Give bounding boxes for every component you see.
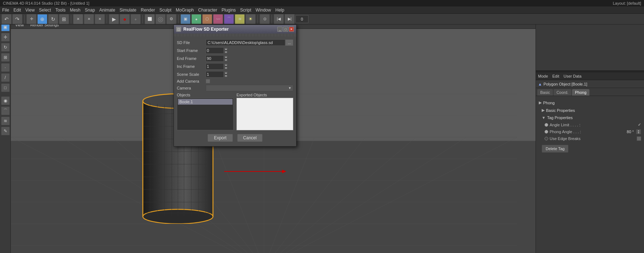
end-frame-up[interactable]: ▲ bbox=[224, 55, 228, 58]
dialog-title: RealFlow SD Exporter bbox=[183, 27, 229, 32]
dialog-minimize-btn[interactable]: _ bbox=[277, 27, 282, 32]
start-frame-input[interactable] bbox=[206, 47, 224, 54]
add-camera-label: Add Camera bbox=[177, 79, 206, 83]
obj-item-boole[interactable]: Boole.1 bbox=[178, 99, 233, 105]
scene-scale-up[interactable]: ▲ bbox=[224, 71, 228, 74]
dialog-icon: ⊡ bbox=[176, 27, 181, 32]
browse-btn[interactable]: ... bbox=[285, 39, 293, 46]
sd-file-label: SD File bbox=[177, 40, 206, 45]
end-frame-input[interactable] bbox=[206, 55, 224, 62]
objects-list: Boole.1 bbox=[177, 98, 234, 130]
objects-col-label: Objects bbox=[177, 93, 234, 97]
camera-label: Camera bbox=[177, 86, 206, 90]
end-frame-down[interactable]: ▼ bbox=[224, 58, 228, 62]
end-frame-label: End Frame bbox=[177, 56, 206, 61]
dialog-maximize-btn[interactable]: □ bbox=[283, 27, 288, 32]
exported-objects-col-label: Exported Objects bbox=[236, 93, 293, 97]
dialog-gripper bbox=[174, 34, 296, 36]
camera-dropdown[interactable]: ▼ bbox=[206, 85, 293, 91]
start-frame-label: Start Frame bbox=[177, 48, 206, 53]
scene-scale-down[interactable]: ▼ bbox=[224, 74, 228, 78]
start-frame-down[interactable]: ▼ bbox=[224, 51, 228, 54]
start-frame-up[interactable]: ▲ bbox=[224, 47, 228, 51]
scene-scale-label: Scene Scale bbox=[177, 72, 206, 77]
sd-file-input[interactable] bbox=[206, 39, 285, 46]
export-btn[interactable]: Export bbox=[208, 134, 233, 142]
add-camera-checkbox[interactable] bbox=[206, 79, 210, 83]
inc-frame-label: Inc Frame bbox=[177, 64, 206, 69]
exported-objects-list bbox=[236, 98, 293, 130]
inc-frame-down[interactable]: ▼ bbox=[224, 66, 228, 70]
dialog-close-btn[interactable]: ✕ bbox=[289, 27, 294, 32]
cancel-btn[interactable]: Cancel bbox=[237, 134, 263, 142]
inc-frame-input[interactable] bbox=[206, 63, 224, 70]
scene-scale-input[interactable] bbox=[206, 71, 224, 78]
inc-frame-up[interactable]: ▲ bbox=[224, 63, 228, 66]
